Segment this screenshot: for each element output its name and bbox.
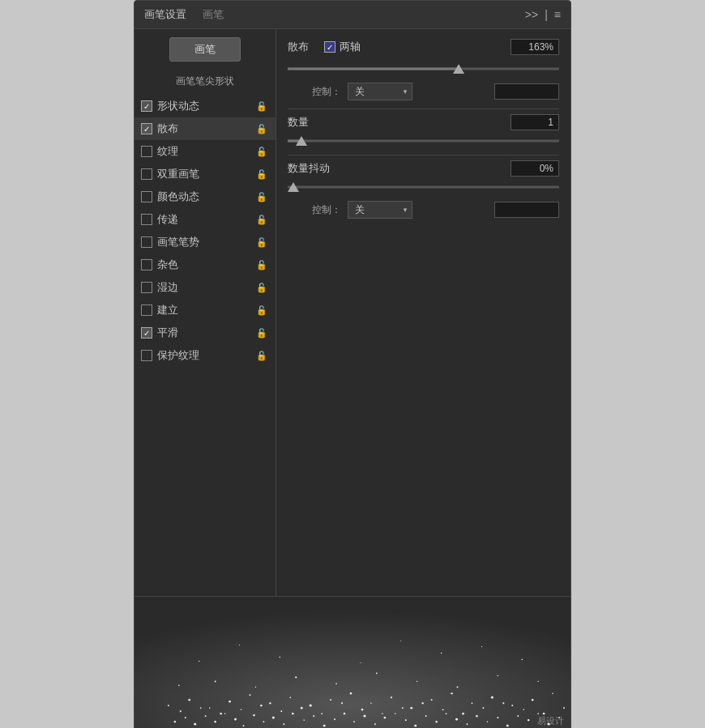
- count-value-input[interactable]: [511, 114, 559, 130]
- svg-point-52: [410, 707, 412, 709]
- sidebar-item-texture[interactable]: 纹理 🔓: [135, 140, 276, 163]
- sidebar-item-dual-brush[interactable]: 双重画笔 🔓: [135, 163, 276, 185]
- checkbox-transfer[interactable]: [141, 214, 152, 225]
- svg-point-49: [350, 692, 352, 695]
- sidebar-item-scatter[interactable]: 散布 🔓: [135, 117, 276, 140]
- svg-rect-0: [135, 597, 570, 728]
- sidebar-item-transfer[interactable]: 传递 🔓: [135, 208, 276, 231]
- svg-point-73: [441, 653, 442, 653]
- brush-button[interactable]: 画笔: [169, 37, 241, 62]
- scatter-slider-fill: [288, 68, 459, 70]
- svg-point-94: [502, 702, 504, 704]
- svg-point-82: [260, 705, 262, 706]
- checkbox-build-up[interactable]: [141, 304, 152, 316]
- svg-point-18: [344, 713, 345, 714]
- sidebar-item-smoothing[interactable]: 平滑 🔓: [135, 321, 276, 344]
- sidebar-label-dual-brush: 双重画笔: [157, 167, 253, 181]
- svg-point-84: [301, 707, 303, 709]
- control1-label: 控制：: [312, 85, 341, 99]
- checkbox-dual-brush[interactable]: [141, 168, 152, 180]
- right-panel: 散布 两轴 控制： 关 渐隐: [276, 29, 570, 596]
- preview-area: 易设计: [135, 596, 570, 728]
- scatter-slider-thumb[interactable]: [453, 64, 464, 74]
- svg-point-22: [384, 717, 387, 719]
- svg-point-83: [280, 710, 282, 712]
- svg-point-33: [497, 717, 498, 718]
- control2-value-input[interactable]: [494, 202, 559, 218]
- svg-point-80: [220, 713, 222, 715]
- svg-point-13: [292, 713, 294, 715]
- sidebar-label-texture: 纹理: [157, 144, 253, 159]
- control1-value-input[interactable]: [494, 83, 559, 100]
- divider-1: [288, 109, 559, 109]
- checkbox-noise[interactable]: [141, 259, 152, 270]
- sidebar: 画笔 画笔笔尖形状 形状动态 🔓 散布 🔓 纹理 🔓 双重画笔: [135, 29, 276, 596]
- sidebar-label-shape-dynamics: 形状动态: [157, 99, 253, 113]
- checkbox-scatter[interactable]: [141, 123, 152, 134]
- control1-select-wrapper: 关 渐隐 钢笔压力 钢笔斜度 光笔轮: [348, 83, 412, 100]
- divider-icon: |: [545, 8, 548, 21]
- svg-point-85: [321, 713, 323, 714]
- svg-point-66: [417, 681, 417, 682]
- sidebar-item-brush-pose[interactable]: 画笔笔势 🔓: [135, 231, 276, 253]
- sidebar-item-wet-edges[interactable]: 湿边 🔓: [135, 276, 276, 299]
- svg-point-19: [353, 721, 355, 722]
- count-jitter-slider-thumb[interactable]: [288, 182, 299, 192]
- both-axes-checkbox[interactable]: [324, 41, 335, 53]
- sidebar-item-build-up[interactable]: 建立 🔓: [135, 299, 276, 321]
- svg-point-27: [435, 721, 437, 722]
- sidebar-item-color-dynamics[interactable]: 颜色动态 🔓: [135, 185, 276, 208]
- svg-point-3: [194, 723, 196, 726]
- checkbox-wet-edges[interactable]: [141, 282, 152, 293]
- checkbox-texture[interactable]: [141, 146, 152, 157]
- sidebar-item-noise[interactable]: 杂色 🔓: [135, 253, 276, 276]
- checkbox-protect-texture[interactable]: [141, 350, 152, 361]
- svg-point-36: [528, 719, 529, 721]
- scatter-slider[interactable]: [288, 62, 559, 76]
- svg-point-54: [451, 692, 452, 694]
- control2-select[interactable]: 关 渐隐 钢笔压力 钢笔斜度 光笔轮: [348, 201, 412, 219]
- svg-point-24: [405, 719, 407, 721]
- svg-point-6: [224, 713, 226, 714]
- svg-point-23: [395, 713, 396, 714]
- checkbox-shape-dynamics[interactable]: [141, 100, 152, 112]
- svg-point-7: [234, 718, 237, 721]
- sidebar-item-protect-texture[interactable]: 保护纹理 🔓: [135, 344, 276, 367]
- svg-point-32: [487, 721, 489, 722]
- svg-point-56: [491, 696, 494, 699]
- svg-point-90: [421, 702, 423, 704]
- svg-point-53: [431, 699, 433, 700]
- svg-point-8: [243, 725, 245, 726]
- count-jitter-label: 数量抖动: [288, 161, 504, 176]
- svg-point-81: [241, 709, 242, 710]
- divider-2: [288, 155, 559, 155]
- count-jitter-slider[interactable]: [288, 180, 559, 194]
- checkbox-smoothing[interactable]: [141, 327, 152, 338]
- svg-point-71: [280, 657, 281, 658]
- svg-point-75: [239, 645, 240, 645]
- count-slider[interactable]: [288, 134, 559, 148]
- lock-texture: 🔓: [256, 147, 267, 157]
- checkbox-brush-pose[interactable]: [141, 236, 152, 248]
- svg-point-55: [472, 702, 473, 704]
- scatter-value-input[interactable]: [511, 39, 559, 55]
- svg-point-25: [414, 725, 417, 727]
- svg-point-28: [446, 713, 447, 714]
- svg-point-11: [272, 717, 275, 719]
- sidebar-label-smoothing: 平滑: [157, 326, 253, 340]
- svg-point-86: [341, 702, 343, 704]
- svg-point-48: [330, 699, 331, 700]
- lock-build-up: 🔓: [256, 305, 267, 316]
- svg-point-93: [482, 707, 484, 709]
- control1-select[interactable]: 关 渐隐 钢笔压力 钢笔斜度 光笔轮: [348, 83, 412, 100]
- sidebar-item-shape-dynamics[interactable]: 形状动态 🔓: [135, 95, 276, 117]
- svg-point-57: [511, 705, 513, 706]
- svg-point-2: [185, 717, 186, 718]
- checkbox-color-dynamics[interactable]: [141, 191, 152, 202]
- count-jitter-value-input[interactable]: [511, 160, 559, 177]
- brush-settings-panel: 画笔设置 画笔 >> | ≡ 画笔 画笔笔尖形状 形状动态 🔓 散布 🔓: [134, 0, 571, 728]
- expand-icon[interactable]: >>: [525, 8, 538, 21]
- count-slider-thumb[interactable]: [296, 136, 307, 146]
- svg-point-17: [334, 718, 335, 720]
- menu-icon[interactable]: ≡: [554, 8, 561, 21]
